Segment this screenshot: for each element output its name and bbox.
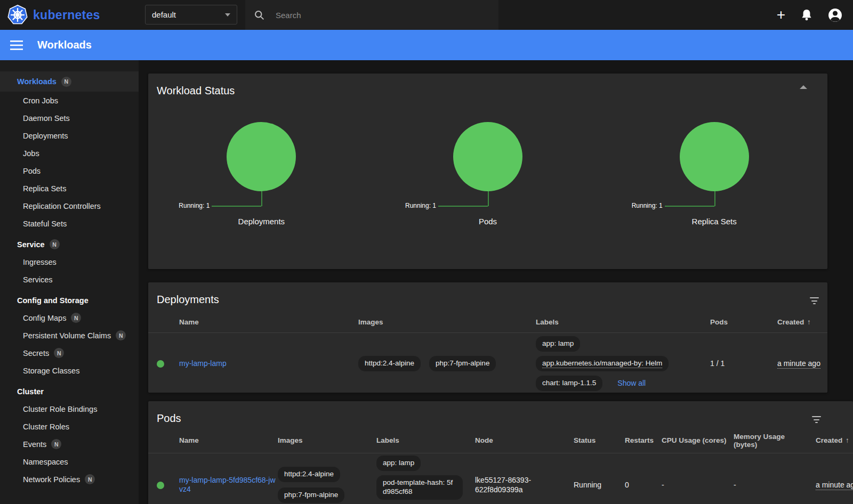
main-content: Workload Status Running: 1 Deployments	[139, 60, 853, 504]
label-chip: app: lamp	[376, 456, 421, 471]
filter-icon[interactable]	[810, 295, 819, 304]
sidebar-group-config-and-storage: Config and Storage	[0, 291, 139, 309]
pie-callout: Running: 1	[601, 191, 827, 208]
create-button[interactable]: +	[777, 7, 785, 22]
sidebar-item-deployments[interactable]: Deployments	[0, 127, 139, 144]
kubernetes-helm-icon	[7, 5, 28, 25]
column-header-created[interactable]: Created ↑	[816, 436, 853, 444]
chevron-down-icon	[225, 13, 230, 17]
namespaced-badge: N	[85, 474, 95, 484]
namespace-selector[interactable]: default	[145, 5, 237, 25]
sidebar-nav: Workloads N Cron Jobs Daemon Sets Deploy…	[0, 60, 139, 504]
sidebar-item-storage-classes[interactable]: Storage Classes	[0, 362, 139, 379]
hamburger-menu-icon	[10, 40, 23, 50]
status-ok-icon	[157, 360, 164, 368]
deployments-card-title: Deployments	[157, 294, 219, 306]
sidebar-group-cluster: Cluster	[0, 383, 139, 400]
bell-icon	[801, 9, 812, 21]
sidebar-item-events[interactable]: Events N	[0, 435, 139, 453]
sidebar-item-services[interactable]: Services	[0, 271, 139, 288]
column-header-labels[interactable]: Labels	[536, 318, 710, 326]
sidebar-item-cron-jobs[interactable]: Cron Jobs	[0, 92, 139, 109]
sidebar-item-daemon-sets[interactable]: Daemon Sets	[0, 109, 139, 127]
workload-status-title: Workload Status	[157, 85, 235, 97]
pods-card: Pods Name Images Labels Node Status Rest…	[148, 401, 853, 504]
pie-callout-label: Running: 1	[405, 202, 436, 209]
topbar-actions: +	[777, 0, 842, 30]
sidebar-item-pods[interactable]: Pods	[0, 162, 139, 180]
search-bar[interactable]	[245, 0, 498, 30]
chart-title: Replica Sets	[692, 217, 737, 226]
namespaced-badge: N	[50, 239, 60, 249]
sidebar-item-namespaces[interactable]: Namespaces	[0, 453, 139, 470]
column-header-node[interactable]: Node	[475, 436, 574, 444]
collapse-card-icon[interactable]	[800, 85, 807, 89]
column-header-images[interactable]: Images	[278, 436, 376, 444]
workload-status-card: Workload Status Running: 1 Deployments	[148, 74, 827, 269]
deployments-pie-chart: Running: 1 Deployments	[148, 122, 375, 226]
label-chip: chart: lamp-1.1.5	[536, 376, 602, 391]
pie-running-segment	[680, 122, 749, 191]
namespace-value: default	[152, 10, 176, 19]
sidebar-item-replica-sets[interactable]: Replica Sets	[0, 180, 139, 197]
sidebar-item-replication-controllers[interactable]: Replication Controllers	[0, 197, 139, 215]
namespaced-badge: N	[116, 330, 126, 340]
sidebar-item-secrets[interactable]: Secrets N	[0, 344, 139, 362]
sidebar-item-cluster-roles[interactable]: Cluster Roles	[0, 418, 139, 435]
sidebar-item-cluster-role-bindings[interactable]: Cluster Role Bindings	[0, 400, 139, 418]
column-header-labels[interactable]: Labels	[376, 436, 475, 444]
column-header-name[interactable]: Name	[179, 436, 278, 444]
workload-status-charts: Running: 1 Deployments Running: 1 Pods	[148, 122, 827, 226]
sort-ascending-icon: ↑	[846, 436, 849, 444]
kubernetes-logo[interactable]: kubernetes	[7, 5, 100, 25]
image-chip: php:7-fpm-alpine	[278, 487, 344, 503]
memory-usage-value: -	[734, 481, 816, 489]
pie-callout-label: Running: 1	[179, 202, 210, 209]
sidebar-item-config-maps[interactable]: Config Maps N	[0, 309, 139, 327]
column-header-memory[interactable]: Memory Usage (bytes)	[734, 433, 816, 449]
sidebar-item-service[interactable]: Service N	[0, 235, 139, 253]
column-header-images[interactable]: Images	[358, 318, 536, 326]
column-header-name[interactable]: Name	[179, 318, 358, 326]
pod-name-link[interactable]: my-lamp-lamp-5fd985cf68-jwvz4	[179, 476, 276, 494]
pods-ratio: 1 / 1	[710, 359, 777, 368]
sidebar-item-ingresses[interactable]: Ingresses	[0, 253, 139, 271]
search-input[interactable]	[276, 11, 490, 20]
pods-pie-chart: Running: 1 Pods	[375, 122, 601, 226]
sidebar-item-stateful-sets[interactable]: Stateful Sets	[0, 215, 139, 232]
deployment-name-link[interactable]: my-lamp-lamp	[179, 359, 227, 368]
menu-button[interactable]	[10, 40, 23, 50]
cpu-usage-value: -	[662, 481, 734, 489]
pie-running-segment	[453, 122, 522, 191]
image-chip: php:7-fpm-alpine	[429, 356, 496, 371]
column-header-cpu[interactable]: CPU Usage (cores)	[662, 436, 734, 444]
sidebar-item-network-policies[interactable]: Network Policies N	[0, 470, 139, 488]
sidebar-item-workloads[interactable]: Workloads N	[0, 71, 139, 92]
chart-title: Deployments	[238, 217, 285, 226]
column-header-created[interactable]: Created ↑	[777, 318, 827, 326]
column-header-pods[interactable]: Pods	[710, 318, 777, 326]
restarts-value: 0	[625, 481, 662, 489]
notifications-button[interactable]	[801, 9, 812, 21]
namespaced-badge: N	[51, 439, 61, 449]
sidebar-item-jobs[interactable]: Jobs	[0, 144, 139, 162]
show-all-link[interactable]: Show all	[617, 379, 646, 387]
sidebar-item-persistent-volume-claims[interactable]: Persistent Volume Claims N	[0, 327, 139, 344]
created-value: a minute ago	[816, 481, 853, 490]
add-icon: +	[777, 7, 785, 22]
created-value: a minute ago	[777, 359, 820, 369]
replica-sets-pie-chart: Running: 1 Replica Sets	[601, 122, 827, 226]
image-chip: httpd:2.4-alpine	[358, 356, 421, 371]
page-title: Workloads	[37, 39, 92, 51]
column-header-restarts[interactable]: Restarts	[625, 436, 662, 444]
account-button[interactable]	[828, 8, 842, 22]
namespaced-badge: N	[61, 77, 71, 87]
filter-icon[interactable]	[812, 414, 821, 423]
node-value: lke55127-86393-622f8d09399a	[475, 475, 574, 494]
label-chip: app: lamp	[536, 336, 580, 352]
pods-card-title: Pods	[157, 412, 181, 425]
pie-callout-label: Running: 1	[632, 202, 663, 209]
column-header-status[interactable]: Status	[574, 436, 625, 444]
status-ok-icon	[157, 482, 164, 489]
deployments-card: Deployments Name Images Labels Pods Crea…	[148, 282, 827, 393]
